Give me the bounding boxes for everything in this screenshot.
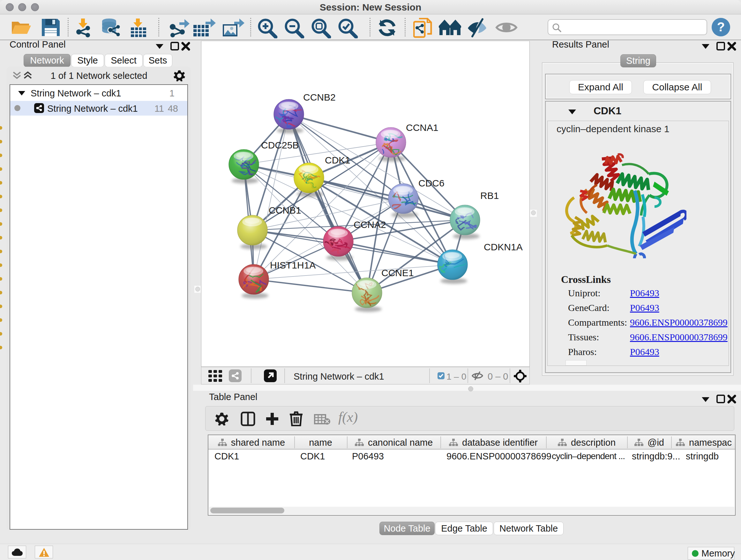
svg-text:CDK1: CDK1 — [325, 155, 350, 165]
svg-text:CCNA1: CCNA1 — [406, 122, 439, 133]
svg-text:CDC6: CDC6 — [418, 178, 445, 188]
svg-text:CDKN1A: CDKN1A — [484, 242, 523, 252]
svg-text:CCNB1: CCNB1 — [269, 205, 301, 215]
svg-text:CCNE1: CCNE1 — [381, 267, 414, 278]
svg-text:RB1: RB1 — [480, 190, 499, 201]
svg-text:?: ? — [717, 20, 725, 34]
svg-text:CDC25B: CDC25B — [261, 140, 299, 150]
svg-text:HIST1H1A: HIST1H1A — [270, 260, 316, 270]
svg-text:CCNB2: CCNB2 — [303, 92, 336, 103]
svg-text:CCNA2: CCNA2 — [354, 219, 386, 230]
